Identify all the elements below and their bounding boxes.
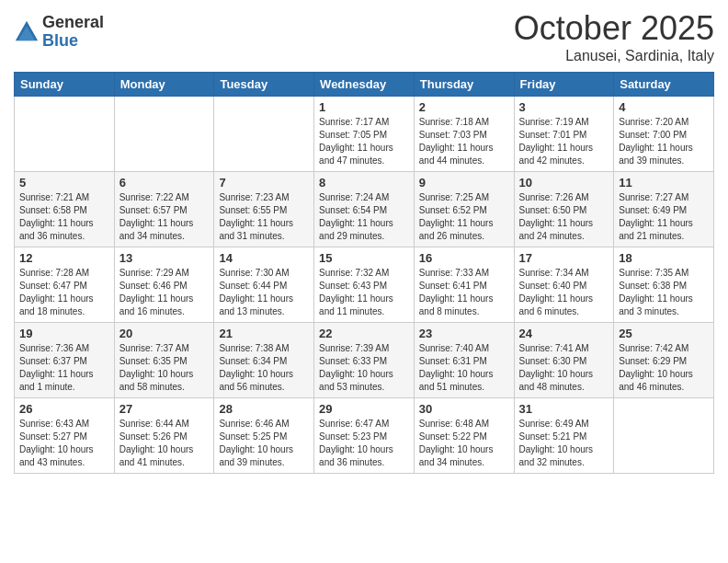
day-info: Sunrise: 7:42 AM Sunset: 6:29 PM Dayligh… bbox=[619, 342, 709, 394]
header-wednesday: Wednesday bbox=[314, 73, 415, 97]
day-info: Sunrise: 6:44 AM Sunset: 5:26 PM Dayligh… bbox=[119, 418, 210, 469]
calendar-cell: 15Sunrise: 7:32 AM Sunset: 6:43 PM Dayli… bbox=[314, 247, 415, 323]
calendar-cell: 29Sunrise: 6:47 AM Sunset: 5:23 PM Dayli… bbox=[314, 398, 415, 474]
calendar-cell: 7Sunrise: 7:23 AM Sunset: 6:55 PM Daylig… bbox=[214, 172, 314, 247]
day-info: Sunrise: 7:24 AM Sunset: 6:54 PM Dayligh… bbox=[319, 191, 409, 243]
day-info: Sunrise: 7:28 AM Sunset: 6:47 PM Dayligh… bbox=[19, 267, 109, 318]
header-sunday: Sunday bbox=[15, 73, 115, 97]
calendar-cell: 4Sunrise: 7:20 AM Sunset: 7:00 PM Daylig… bbox=[614, 97, 714, 172]
day-number: 22 bbox=[319, 327, 409, 340]
day-info: Sunrise: 6:48 AM Sunset: 5:22 PM Dayligh… bbox=[419, 418, 509, 469]
calendar-cell: 3Sunrise: 7:19 AM Sunset: 7:01 PM Daylig… bbox=[514, 97, 614, 172]
day-info: Sunrise: 7:40 AM Sunset: 6:31 PM Dayligh… bbox=[419, 342, 509, 394]
day-number: 8 bbox=[319, 176, 409, 190]
day-number: 16 bbox=[419, 251, 509, 265]
day-info: Sunrise: 7:33 AM Sunset: 6:41 PM Dayligh… bbox=[419, 267, 509, 318]
day-info: Sunrise: 7:27 AM Sunset: 6:49 PM Dayligh… bbox=[619, 191, 709, 243]
calendar-cell: 31Sunrise: 6:49 AM Sunset: 5:21 PM Dayli… bbox=[514, 398, 614, 474]
day-number: 3 bbox=[519, 100, 609, 114]
page-container: General Blue October 2025 Lanusei, Sardi… bbox=[0, 0, 728, 488]
header-tuesday: Tuesday bbox=[214, 73, 314, 97]
day-info: Sunrise: 7:35 AM Sunset: 6:38 PM Dayligh… bbox=[619, 267, 709, 318]
calendar-cell: 1Sunrise: 7:17 AM Sunset: 7:05 PM Daylig… bbox=[314, 97, 415, 172]
calendar-cell: 20Sunrise: 7:37 AM Sunset: 6:35 PM Dayli… bbox=[114, 323, 214, 398]
day-number: 7 bbox=[219, 176, 309, 190]
day-info: Sunrise: 7:38 AM Sunset: 6:34 PM Dayligh… bbox=[219, 342, 309, 394]
day-number: 17 bbox=[519, 251, 609, 265]
day-number: 15 bbox=[319, 251, 409, 265]
calendar-week-3: 12Sunrise: 7:28 AM Sunset: 6:47 PM Dayli… bbox=[15, 247, 714, 323]
calendar-cell: 6Sunrise: 7:22 AM Sunset: 6:57 PM Daylig… bbox=[114, 172, 214, 247]
calendar-cell: 12Sunrise: 7:28 AM Sunset: 6:47 PM Dayli… bbox=[15, 247, 115, 323]
calendar-cell: 27Sunrise: 6:44 AM Sunset: 5:26 PM Dayli… bbox=[114, 398, 214, 474]
day-info: Sunrise: 7:22 AM Sunset: 6:57 PM Dayligh… bbox=[119, 191, 210, 243]
calendar-cell: 9Sunrise: 7:25 AM Sunset: 6:52 PM Daylig… bbox=[414, 172, 514, 247]
day-info: Sunrise: 7:19 AM Sunset: 7:01 PM Dayligh… bbox=[519, 116, 609, 167]
day-number: 21 bbox=[219, 327, 309, 340]
calendar-cell: 11Sunrise: 7:27 AM Sunset: 6:49 PM Dayli… bbox=[614, 172, 714, 247]
title-block: October 2025 Lanusei, Sardinia, Italy bbox=[514, 9, 714, 64]
day-number: 5 bbox=[19, 176, 109, 190]
calendar-cell: 17Sunrise: 7:34 AM Sunset: 6:40 PM Dayli… bbox=[514, 247, 614, 323]
calendar-cell: 26Sunrise: 6:43 AM Sunset: 5:27 PM Dayli… bbox=[15, 398, 115, 474]
calendar-cell: 8Sunrise: 7:24 AM Sunset: 6:54 PM Daylig… bbox=[314, 172, 415, 247]
day-number: 11 bbox=[619, 176, 709, 190]
day-info: Sunrise: 7:25 AM Sunset: 6:52 PM Dayligh… bbox=[419, 191, 509, 243]
calendar-cell: 18Sunrise: 7:35 AM Sunset: 6:38 PM Dayli… bbox=[614, 247, 714, 323]
calendar-cell: 2Sunrise: 7:18 AM Sunset: 7:03 PM Daylig… bbox=[414, 97, 514, 172]
logo-general: General bbox=[42, 14, 104, 32]
logo-icon bbox=[14, 19, 40, 45]
day-number: 2 bbox=[419, 100, 509, 114]
calendar-cell: 14Sunrise: 7:30 AM Sunset: 6:44 PM Dayli… bbox=[214, 247, 314, 323]
calendar-week-1: 1Sunrise: 7:17 AM Sunset: 7:05 PM Daylig… bbox=[15, 97, 714, 172]
calendar-cell: 23Sunrise: 7:40 AM Sunset: 6:31 PM Dayli… bbox=[414, 323, 514, 398]
calendar-cell: 21Sunrise: 7:38 AM Sunset: 6:34 PM Dayli… bbox=[214, 323, 314, 398]
day-number: 9 bbox=[419, 176, 509, 190]
calendar-cell: 28Sunrise: 6:46 AM Sunset: 5:25 PM Dayli… bbox=[214, 398, 314, 474]
day-info: Sunrise: 7:23 AM Sunset: 6:55 PM Dayligh… bbox=[219, 191, 309, 243]
day-number: 18 bbox=[619, 251, 709, 265]
location-subtitle: Lanusei, Sardinia, Italy bbox=[514, 48, 714, 64]
day-info: Sunrise: 7:21 AM Sunset: 6:58 PM Dayligh… bbox=[19, 191, 109, 243]
page-header: General Blue October 2025 Lanusei, Sardi… bbox=[14, 9, 714, 64]
day-number: 14 bbox=[219, 251, 309, 265]
calendar-week-5: 26Sunrise: 6:43 AM Sunset: 5:27 PM Dayli… bbox=[15, 398, 714, 474]
calendar-table: Sunday Monday Tuesday Wednesday Thursday… bbox=[14, 72, 714, 474]
day-info: Sunrise: 7:34 AM Sunset: 6:40 PM Dayligh… bbox=[519, 267, 609, 318]
day-info: Sunrise: 7:30 AM Sunset: 6:44 PM Dayligh… bbox=[219, 267, 309, 318]
day-info: Sunrise: 6:47 AM Sunset: 5:23 PM Dayligh… bbox=[319, 418, 409, 469]
calendar-week-2: 5Sunrise: 7:21 AM Sunset: 6:58 PM Daylig… bbox=[15, 172, 714, 247]
day-info: Sunrise: 7:20 AM Sunset: 7:00 PM Dayligh… bbox=[619, 116, 709, 167]
day-info: Sunrise: 7:36 AM Sunset: 6:37 PM Dayligh… bbox=[19, 342, 109, 394]
calendar-cell: 19Sunrise: 7:36 AM Sunset: 6:37 PM Dayli… bbox=[15, 323, 115, 398]
day-number: 26 bbox=[19, 402, 109, 416]
day-info: Sunrise: 7:41 AM Sunset: 6:30 PM Dayligh… bbox=[519, 342, 609, 394]
day-info: Sunrise: 7:37 AM Sunset: 6:35 PM Dayligh… bbox=[119, 342, 210, 394]
calendar-week-4: 19Sunrise: 7:36 AM Sunset: 6:37 PM Dayli… bbox=[15, 323, 714, 398]
day-number: 1 bbox=[319, 100, 409, 114]
header-friday: Friday bbox=[514, 73, 614, 97]
day-info: Sunrise: 7:17 AM Sunset: 7:05 PM Dayligh… bbox=[319, 116, 409, 167]
day-number: 6 bbox=[119, 176, 210, 190]
calendar-cell bbox=[114, 97, 214, 172]
calendar-header-row: Sunday Monday Tuesday Wednesday Thursday… bbox=[15, 73, 714, 97]
calendar-cell: 10Sunrise: 7:26 AM Sunset: 6:50 PM Dayli… bbox=[514, 172, 614, 247]
day-number: 27 bbox=[119, 402, 210, 416]
calendar-cell: 24Sunrise: 7:41 AM Sunset: 6:30 PM Dayli… bbox=[514, 323, 614, 398]
day-info: Sunrise: 7:39 AM Sunset: 6:33 PM Dayligh… bbox=[319, 342, 409, 394]
day-info: Sunrise: 7:18 AM Sunset: 7:03 PM Dayligh… bbox=[419, 116, 509, 167]
calendar-cell: 25Sunrise: 7:42 AM Sunset: 6:29 PM Dayli… bbox=[614, 323, 714, 398]
day-number: 4 bbox=[619, 100, 709, 114]
logo-text: General Blue bbox=[42, 14, 104, 51]
calendar-cell bbox=[214, 97, 314, 172]
day-number: 29 bbox=[319, 402, 409, 416]
day-info: Sunrise: 6:43 AM Sunset: 5:27 PM Dayligh… bbox=[19, 418, 109, 469]
day-number: 31 bbox=[519, 402, 609, 416]
logo: General Blue bbox=[14, 14, 104, 51]
calendar-cell: 16Sunrise: 7:33 AM Sunset: 6:41 PM Dayli… bbox=[414, 247, 514, 323]
day-number: 28 bbox=[219, 402, 309, 416]
header-thursday: Thursday bbox=[414, 73, 514, 97]
header-saturday: Saturday bbox=[614, 73, 714, 97]
calendar-cell: 30Sunrise: 6:48 AM Sunset: 5:22 PM Dayli… bbox=[414, 398, 514, 474]
calendar-cell: 5Sunrise: 7:21 AM Sunset: 6:58 PM Daylig… bbox=[15, 172, 115, 247]
